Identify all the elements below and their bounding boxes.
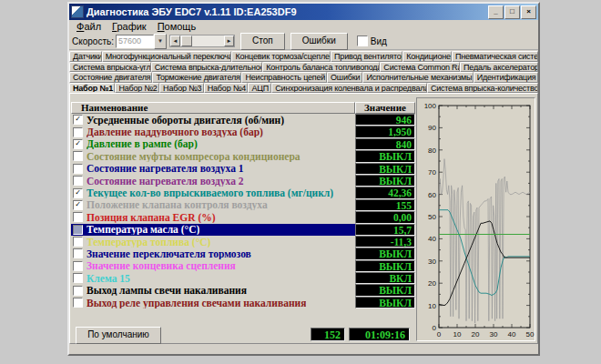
tab-crank-cam-sync[interactable]: Синхронизация коленвала и распредвала bbox=[271, 83, 427, 94]
tab-engine-state[interactable]: Состояние двигателя bbox=[69, 72, 152, 83]
table-row[interactable]: Значение концевика сцепленияВЫКЛ bbox=[71, 260, 415, 272]
row-checkbox[interactable] bbox=[73, 248, 83, 258]
tab-multifunction-switch[interactable]: Многофункциональный переключатель bbox=[102, 51, 232, 62]
speed-scrollbar[interactable]: ◄ ► bbox=[169, 35, 235, 47]
table-row[interactable]: Позиция клапана EGR (%)0,00 bbox=[71, 211, 415, 223]
row-label-area[interactable]: Состояние нагревателя воздуха 2 bbox=[71, 175, 355, 187]
row-label-area[interactable]: Выход лампы свечи накаливания bbox=[71, 284, 355, 296]
tab-brake-clutch-switch[interactable]: Концевик тормоза/сцепления bbox=[231, 51, 331, 62]
row-checkbox[interactable]: ✓ bbox=[73, 139, 83, 149]
row-checkbox[interactable]: ✓ bbox=[73, 188, 83, 198]
row-label-area[interactable]: Температура топлива (°C) bbox=[71, 236, 355, 248]
row-checkbox[interactable]: ✓ bbox=[73, 115, 83, 125]
table-row[interactable]: ✓Положение клапана контроля воздуха155 bbox=[71, 199, 415, 211]
row-checkbox[interactable] bbox=[73, 164, 83, 174]
row-label-area[interactable]: Давление наддувочного воздуха (бар) bbox=[71, 126, 355, 137]
table-row[interactable]: Состояние нагревателя воздуха 1ВЫКЛ bbox=[71, 163, 415, 175]
table-row[interactable]: Состояние муфты компресора кондиционераВ… bbox=[71, 150, 415, 162]
row-checkbox[interactable] bbox=[73, 298, 83, 308]
scroll-right-icon[interactable]: ► bbox=[224, 35, 234, 46]
menu-graph[interactable]: График bbox=[107, 21, 152, 33]
view-checkbox[interactable]: Вид bbox=[357, 35, 387, 46]
content-panel: Наименование Значение ✓Усредненные оборо… bbox=[69, 93, 538, 344]
row-label-area[interactable]: ✓Текущее кол-во впрыскиваемого топлива (… bbox=[71, 187, 355, 198]
tab-set-2[interactable]: Набор №2 bbox=[115, 83, 159, 94]
row-label-area[interactable]: Состояние нагревателя воздуха 1 bbox=[71, 163, 355, 175]
view-checkbox-box[interactable] bbox=[357, 35, 368, 46]
table-row[interactable]: Давление наддувочного воздуха (бар)1,950 bbox=[71, 126, 415, 137]
row-checkbox[interactable] bbox=[73, 151, 83, 161]
scroll-left-icon[interactable]: ◄ bbox=[170, 35, 180, 46]
table-row[interactable]: ✓Текущее кол-во впрыскиваемого топлива (… bbox=[71, 187, 415, 198]
tab-engine-braking[interactable]: Торможение двигателя bbox=[152, 72, 241, 83]
row-value: ВЫКЛ bbox=[355, 284, 415, 296]
tab-injection-quantity[interactable]: Система впрыска-количество bbox=[427, 83, 538, 94]
tab-injection-duration[interactable]: Система впрыска-длительность bbox=[151, 62, 262, 73]
menu-help[interactable]: Помощь bbox=[152, 21, 202, 33]
row-checkbox[interactable] bbox=[73, 212, 83, 222]
tab-identification[interactable]: Идентификация bbox=[474, 72, 538, 83]
row-label-area[interactable]: Клема 15 bbox=[71, 272, 355, 284]
tab-datchiki[interactable]: Датчики bbox=[69, 51, 102, 62]
table-row[interactable]: Выход реле управления свечами накаливани… bbox=[71, 297, 415, 308]
table-row[interactable]: Значение переключателя тормозовВЫКЛ bbox=[71, 248, 415, 259]
row-label-area[interactable]: ✓Усредненные обороты двигателя (об/мин) bbox=[71, 114, 355, 126]
svg-text:10: 10 bbox=[453, 330, 462, 339]
row-label-area[interactable]: Температура масла (°C) bbox=[71, 224, 355, 236]
row-value: 946 bbox=[355, 114, 415, 126]
row-checkbox[interactable] bbox=[73, 127, 83, 137]
tab-air-conditioner[interactable]: Кондиционер bbox=[402, 51, 452, 62]
row-checkbox[interactable] bbox=[73, 225, 83, 235]
tab-set-4[interactable]: Набор №4 bbox=[204, 83, 249, 94]
errors-button[interactable]: Ошибки bbox=[290, 33, 348, 50]
tab-pneumatic-system[interactable]: Пневматическая система bbox=[452, 51, 538, 62]
scrollbar-track[interactable] bbox=[192, 35, 224, 46]
row-label-area[interactable]: ✓Давление в рампе (бар) bbox=[71, 138, 355, 150]
table-row[interactable]: Температура топлива (°C)-11,3 bbox=[71, 236, 415, 248]
row-checkbox[interactable]: ✓ bbox=[73, 200, 83, 210]
tab-set-3[interactable]: Набор №3 bbox=[159, 83, 204, 94]
row-value: 0,00 bbox=[355, 211, 415, 223]
close-button[interactable]: × bbox=[521, 5, 536, 19]
default-button[interactable]: По умолчанию bbox=[76, 327, 161, 344]
tab-accelerator-pedal[interactable]: Педаль акселератора bbox=[460, 62, 538, 73]
row-label-area[interactable]: ✓Положение клапана контроля воздуха bbox=[71, 199, 355, 211]
stop-button[interactable]: Стоп bbox=[240, 33, 285, 50]
table-row[interactable]: ✓Давление в рампе (бар)840 bbox=[71, 138, 415, 150]
tab-row-2: Система впрыска-углы Система впрыска-дли… bbox=[69, 62, 538, 73]
table-row[interactable]: ✓Усредненные обороты двигателя (об/мин)9… bbox=[71, 114, 415, 126]
row-label-area[interactable]: Состояние муфты компресора кондиционера bbox=[71, 150, 355, 162]
row-label-area[interactable]: Значение концевика сцепления bbox=[71, 260, 355, 272]
tab-set-1[interactable]: Набор №1 bbox=[69, 83, 115, 94]
tab-fan-drive[interactable]: Привод вентилятора bbox=[331, 51, 402, 62]
row-checkbox[interactable] bbox=[73, 176, 83, 186]
scrollbar-thumb[interactable] bbox=[181, 35, 192, 46]
tab-common-rail[interactable]: Система Common Rail bbox=[380, 62, 460, 73]
row-value: 42,36 bbox=[355, 187, 415, 198]
row-label: Температура масла (°C) bbox=[87, 224, 199, 235]
minimize-button[interactable]: _ bbox=[488, 5, 504, 19]
title-bar[interactable]: Диагностика ЭБУ EDC7 v.1.11 ID:EA253DF9 … bbox=[69, 4, 538, 20]
combobox-dropdown-icon[interactable]: ▼ bbox=[154, 34, 167, 49]
row-label-area[interactable]: Выход реле управления свечами накаливани… bbox=[71, 297, 355, 308]
row-checkbox[interactable] bbox=[73, 237, 83, 247]
speed-combobox[interactable]: 57600 bbox=[116, 35, 154, 48]
tab-fuel-balance-control[interactable]: Контроль баланса топливоподачи bbox=[262, 62, 380, 73]
tab-errors[interactable]: Ошибки bbox=[327, 72, 362, 83]
table-row[interactable]: Температура масла (°C)15,7 bbox=[71, 224, 415, 236]
tab-actuators[interactable]: Исполнительные механизмы bbox=[362, 72, 473, 83]
menu-file[interactable]: Файл bbox=[71, 21, 107, 33]
row-label-area[interactable]: Позиция клапана EGR (%) bbox=[71, 211, 355, 223]
tab-adc[interactable]: АЦП bbox=[248, 83, 271, 94]
row-checkbox[interactable] bbox=[73, 261, 83, 271]
table-row[interactable]: Состояние нагревателя воздуха 2ВЫКЛ bbox=[71, 175, 415, 187]
tab-circuit-fault[interactable]: Неисправность цепей bbox=[241, 72, 327, 83]
row-checkbox[interactable] bbox=[73, 273, 83, 283]
maximize-button[interactable]: □ bbox=[504, 5, 520, 19]
row-checkbox[interactable] bbox=[73, 286, 83, 296]
table-row[interactable]: Выход лампы свечи накаливанияВЫКЛ bbox=[71, 284, 415, 296]
tab-injection-angles[interactable]: Система впрыска-углы bbox=[69, 62, 151, 73]
row-label-area[interactable]: Значение переключателя тормозов bbox=[71, 248, 355, 259]
row-value: 155 bbox=[355, 199, 415, 211]
table-row[interactable]: Клема 15ВКЛ bbox=[71, 272, 415, 284]
